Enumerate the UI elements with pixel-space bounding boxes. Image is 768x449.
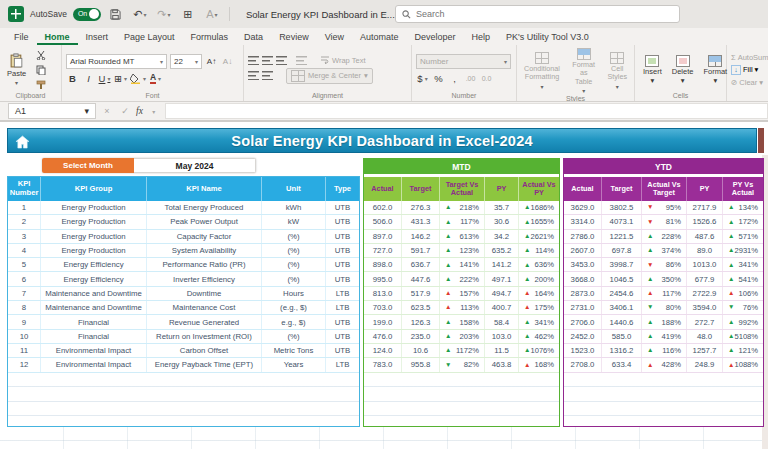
insert-function-button[interactable]: fx	[136, 106, 143, 116]
wrap-text-button[interactable]: Wrap Text	[320, 56, 366, 65]
variance-cell: ▲228%	[642, 230, 687, 243]
fill-button[interactable]: ↓ Fill▾	[731, 65, 768, 75]
format-as-table-icon	[577, 48, 591, 60]
name-box[interactable]: A1 ▾	[8, 103, 96, 119]
percent-style-button[interactable]: %	[432, 72, 445, 86]
cell: 124.0	[364, 344, 402, 357]
insert-cells-button[interactable]: Insert ▾	[639, 55, 666, 85]
variance-cell: ▲374%	[642, 244, 687, 257]
cell: 2708.0	[564, 358, 602, 371]
menu-item-insert[interactable]: Insert	[78, 28, 117, 45]
menu-item-data[interactable]: Data	[236, 28, 271, 45]
selected-month-value[interactable]: May 2024	[134, 158, 256, 173]
delete-cells-button[interactable]: Delete ▾	[668, 55, 698, 85]
variance-cell: ▲571%	[723, 230, 763, 243]
document-title[interactable]: Solar Energy KPI Dashboard in E...	[246, 9, 395, 20]
variance-value: 341%	[535, 318, 554, 327]
variance-cell: ▲157%	[440, 287, 485, 300]
fill-icon: ↓	[731, 65, 741, 75]
align-middle-icon[interactable]	[262, 56, 273, 65]
format-as-table-button[interactable]: Format as Table ▾	[569, 48, 598, 94]
enter-icon[interactable]: ✓	[118, 106, 132, 116]
triangle-down-icon: ▼	[647, 219, 653, 226]
clear-button[interactable]: ⊘Clear▾	[731, 78, 768, 87]
table-quick-icon[interactable]: ⊞	[179, 5, 197, 23]
underline-button[interactable]: U▾	[98, 72, 111, 86]
redo-button[interactable]: ↷▾	[155, 5, 173, 23]
table-row: 2Energy ProductionPeak Power OutputkWUTB	[8, 215, 359, 229]
save-icon[interactable]	[107, 5, 125, 23]
cancel-icon[interactable]: ×	[100, 106, 114, 116]
menu-item-automate[interactable]: Automate	[352, 28, 407, 45]
align-bottom-icon[interactable]	[276, 56, 287, 65]
variance-value: 462%	[535, 332, 554, 341]
home-icon[interactable]	[13, 132, 32, 151]
comma-style-button[interactable]: ,	[448, 72, 461, 86]
menu-item-help[interactable]: Help	[464, 28, 499, 45]
variance-value: 200%	[535, 275, 554, 284]
font-size-select[interactable]: 22▾	[170, 54, 202, 69]
search-box[interactable]	[395, 5, 680, 23]
variance-cell: ▲175%	[519, 301, 559, 314]
variance-cell: ▲158%	[440, 315, 485, 328]
orientation-icon[interactable]	[296, 56, 307, 65]
fill-color-button[interactable]: ▾	[130, 72, 146, 86]
autosave-toggle[interactable]: On	[73, 8, 101, 21]
bold-button[interactable]: B	[66, 72, 79, 86]
menu-item-formulas[interactable]: Formulas	[183, 28, 237, 45]
align-top-icon[interactable]	[248, 56, 259, 65]
shrink-font-button[interactable]: A↓	[221, 54, 234, 68]
cell-styles-icon	[610, 52, 624, 64]
cut-button[interactable]	[33, 48, 48, 61]
menu-item-file[interactable]: File	[6, 28, 37, 45]
decrease-decimal-button[interactable]: 0.0	[480, 72, 493, 86]
variance-cell: ▲218%	[440, 201, 485, 214]
cell-styles-button[interactable]: Cell Styles ▾	[604, 52, 630, 90]
increase-decimal-button[interactable]: .00	[464, 72, 477, 86]
cell: 1046.5	[602, 272, 642, 285]
font-color-button[interactable]: A ▾	[149, 72, 162, 86]
triangle-up-icon: ▲	[728, 233, 734, 240]
cell: 5	[8, 258, 41, 271]
menu-item-home[interactable]: Home	[37, 28, 78, 45]
cell: 58.4	[485, 315, 519, 328]
merge-center-button[interactable]: Merge & Center ▾	[286, 68, 373, 84]
number-format-select[interactable]: Number▾	[416, 54, 511, 69]
copy-button[interactable]	[33, 63, 48, 76]
menu-item-view[interactable]: View	[317, 28, 352, 45]
cell: 431.3	[402, 215, 440, 228]
accounting-format-button[interactable]: $▾	[416, 72, 429, 86]
cell: (%)	[262, 230, 326, 243]
menu-item-developer[interactable]: Developer	[407, 28, 464, 45]
cell: 4073.1	[602, 215, 642, 228]
cell: 476.0	[364, 330, 402, 343]
align-center-icon[interactable]	[262, 71, 273, 80]
cell: Inverter Efficiency	[147, 272, 262, 285]
format-painter-button[interactable]	[33, 78, 48, 91]
align-left-icon[interactable]	[248, 71, 259, 80]
undo-button[interactable]: ↶▾	[131, 5, 149, 23]
menu-item-pk-s-utility-tool-v3-0[interactable]: PK's Utility Tool V3.0	[498, 28, 597, 45]
conditional-formatting-button[interactable]: Conditional Formatting ▾	[521, 52, 563, 90]
borders-button[interactable]: ⊞▾	[114, 72, 127, 86]
font-name-select[interactable]: Arial Rounded MT▾	[66, 54, 167, 69]
search-input[interactable]	[416, 9, 673, 19]
font-color-quick-icon[interactable]: A▾	[203, 5, 221, 23]
grow-font-button[interactable]: A↑	[205, 54, 218, 68]
cell: (%)	[262, 330, 326, 343]
triangle-up-icon: ▲	[445, 262, 451, 269]
variance-value: 82%	[464, 360, 479, 369]
italic-button[interactable]: I	[82, 72, 95, 86]
table-row: 813.0517.9▲157%494.7▲164%	[364, 287, 559, 301]
variance-value: 95%	[666, 203, 681, 212]
menu-item-page-layout[interactable]: Page Layout	[116, 28, 183, 45]
variance-cell: ▲168%	[519, 358, 559, 371]
info-header-5: Type	[326, 177, 359, 201]
formula-input[interactable]	[165, 103, 768, 119]
variance-value: 571%	[739, 232, 758, 241]
month-selector[interactable]: Select Month May 2024	[42, 158, 256, 173]
autosum-button[interactable]: ΣAutoSum▾	[731, 53, 768, 62]
paste-button[interactable]: Paste ▾	[4, 53, 29, 86]
variance-cell: ▲636%	[519, 258, 559, 271]
menu-item-review[interactable]: Review	[271, 28, 317, 45]
